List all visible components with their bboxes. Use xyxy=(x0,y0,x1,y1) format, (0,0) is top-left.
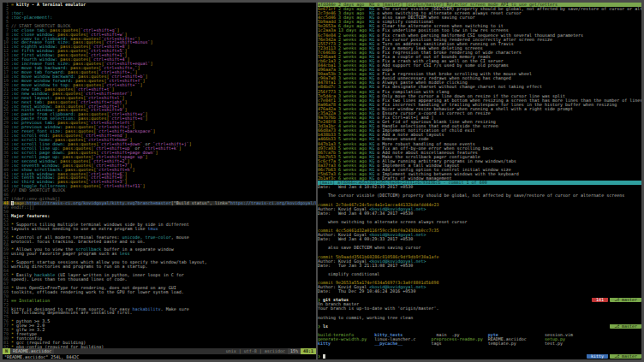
text-run: hackability xyxy=(132,307,160,312)
prompt-right-badges: 141 ⎇ master xyxy=(590,298,641,302)
exit-code-badge: 141 xyxy=(592,298,608,302)
prompt-right-badges: ⎇ master xyxy=(608,324,641,329)
text-run: using your favorite pager program such a… xyxy=(11,252,119,256)
text-run: https://travis-ci.org/kovidgoyal/kitty.s… xyxy=(27,201,171,205)
text-run: working directories and programs to run … xyxy=(11,264,148,269)
text-run: Add support for CSI r/s used by some old… xyxy=(382,63,509,68)
text-run: Date: Thu Dec 29 10:46:24 2016 +0530 xyxy=(318,289,415,294)
statusline-cursor-position: 48:1 xyxy=(301,348,316,354)
text-run: ] xyxy=(151,62,153,66)
statusline-scroll-percent: 15% xyxy=(288,348,301,354)
vim-mode-indicator: N xyxy=(3,348,10,354)
git-branch-badge: ⎇ master xyxy=(610,298,641,302)
text-run: protocol, focus tracking, bracketed past… xyxy=(11,240,146,244)
vim-statusline: N README.asciidoc unix | utf-8 | asciido… xyxy=(3,348,316,354)
text-run: speed). Less than ten thousand lines of … xyxy=(11,277,127,282)
text-run: `ctrl+shift+f11` xyxy=(101,184,142,188)
text-run: less xyxy=(119,252,129,256)
text-run: Your branch is up-to-date with 'origin/m… xyxy=(318,306,438,311)
text-run: == Installation xyxy=(11,299,50,303)
cwd-badge: kitty xyxy=(587,354,608,359)
text-run: ] xyxy=(146,155,148,159)
text-run: Date: Wed Jan 4 09:47:34 2017 +0530 xyxy=(318,211,413,216)
statusline-fileinfo: unix | utf-8 | asciidoc xyxy=(224,348,288,354)
text-run: , mouse xyxy=(171,235,189,240)
text-run: ] xyxy=(146,74,148,79)
text-run: Date: Tue Jan 3 21:13:08 2017 +0530 xyxy=(318,264,413,268)
editor-buffer: 1= kitty - A terminal emulator2 3:toc:4:… xyxy=(3,3,316,348)
text-run: The cursor visible (DECTCEM) property sh… xyxy=(318,193,624,198)
text-run: pass:quotes[ xyxy=(70,184,101,188)
text-run: nothing to commit, working tree clean xyxy=(318,316,413,320)
text-run: layouts without needing to use an extra … xyxy=(11,227,148,231)
text-run: ] xyxy=(143,184,146,188)
text-run: ] xyxy=(129,92,132,96)
travis-badge-line[interactable]: 48image:https://travis-ci.org/kovidgoyal… xyxy=(3,201,316,205)
text-run: ] xyxy=(189,142,192,146)
text-run: template.py xyxy=(488,341,545,346)
text-run: . Make sure xyxy=(161,307,189,312)
git-log-pager: Date: Wed Jan 4 10:02:39 2017 +0530 The … xyxy=(318,185,641,298)
text-run: // END_SHORTCUT_BLOCK xyxy=(11,188,65,193)
prompt-right-badges: kitty ⎇ master xyxy=(585,354,641,359)
statusline-spacer xyxy=(54,348,224,354)
text-run: ] xyxy=(151,40,153,45)
text-run: kitty xyxy=(318,341,374,346)
kitty-terminal-window: 1= kitty - A terminal emulator2 3:toc:4:… xyxy=(0,0,644,362)
statusline-filename: README.asciidoc xyxy=(10,348,54,354)
shell-cursor xyxy=(323,354,325,359)
text-run: the following dependencies are installed… xyxy=(11,311,132,315)
text-run: Major features: xyxy=(11,214,50,218)
text-run: __pycache__ xyxy=(374,341,431,346)
text-run: Date: Wed Jan 4 10:02:39 2017 +0530 xyxy=(318,185,413,189)
pager-line: The cursor visible (DECTCEM) property sh… xyxy=(318,193,641,198)
text-run: ["Build status", link=" xyxy=(171,201,230,205)
text-run: kitty - A terminal emulator xyxy=(16,3,86,7)
text-run: tmux xyxy=(148,227,158,231)
text-run: ] xyxy=(156,151,158,155)
text-run: ] xyxy=(153,129,156,134)
prompt-row[interactable]: ❯ kitty ⎇ master xyxy=(318,354,641,359)
text-run: ] xyxy=(127,45,129,49)
text-run: ] xyxy=(146,116,148,121)
text-run: simplify conditional xyxy=(318,272,379,276)
text-run: endif::[] xyxy=(11,205,34,210)
text-run: ] xyxy=(138,66,140,70)
shell-window[interactable]: ❯ git status 141 ⎇ master On branch mast… xyxy=(318,298,641,359)
prompt-left: ❯ xyxy=(318,354,325,359)
text-run: :toc-placement!: xyxy=(11,15,52,20)
text-run: tags xyxy=(431,341,487,346)
text-run: Date: Wed Jan 4 00:29:33 2017 +0530 xyxy=(318,237,413,241)
text-run: ] xyxy=(143,79,146,83)
text-run: when switching to alternate screen alway… xyxy=(318,220,468,224)
text-run: ] xyxy=(124,100,127,104)
text-run: https://travis-ci.org/kovidgoyal/kitty xyxy=(230,201,316,205)
text-run: ] xyxy=(179,146,182,151)
right-pane: afdd44e 2 days ago KG o [master] [origin… xyxy=(318,3,641,359)
git-branch-badge: ⎇ master xyxy=(610,354,641,359)
text-run: also save DECTCEM when saving cursor xyxy=(318,246,420,250)
text-run: ] xyxy=(140,83,143,87)
text-run: ] xyxy=(133,168,135,172)
text-run: test.py xyxy=(545,341,563,346)
tig-log-view: afdd44e 2 days ago KG o [master] [origin… xyxy=(318,3,641,181)
text-run: toolkits, offloads rendering work to the… xyxy=(11,290,184,294)
vim-editor-pane[interactable]: 1= kitty - A terminal emulator2 3:toc:4:… xyxy=(3,3,318,359)
git-branch-badge: ⎇ master xyxy=(610,324,641,329)
vim-message-line: "README.asciidoc" 254L, 8442C xyxy=(3,354,316,359)
text-run: ls xyxy=(323,324,328,329)
